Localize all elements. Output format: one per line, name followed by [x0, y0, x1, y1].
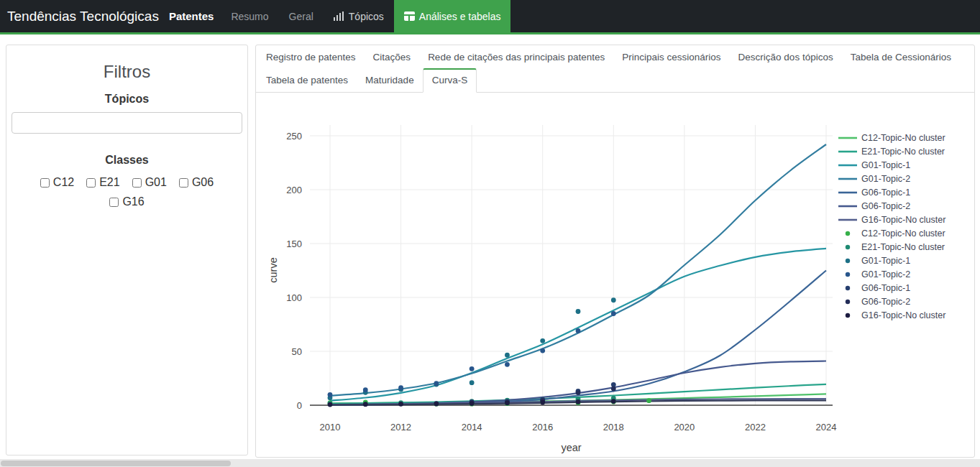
checkbox-label: G01: [145, 176, 167, 189]
legend-label[interactable]: G01-Topic-2: [861, 174, 910, 184]
point-G01-Topic-2: [328, 392, 333, 397]
x-tick-label: 2020: [674, 422, 695, 433]
legend-label[interactable]: E21-Topic-No cluster: [861, 242, 945, 252]
tab-curva-s[interactable]: Curva-S: [423, 68, 477, 93]
point-G01-Topic-2: [611, 311, 616, 316]
point-G06-Topic-2: [576, 390, 581, 395]
legend-label[interactable]: C12-Topic-No cluster: [861, 228, 945, 239]
point-G16-Topic-No cluster: [363, 402, 368, 407]
legend-label[interactable]: G16-Topic-No cluster: [861, 310, 945, 320]
legend-label[interactable]: G06-Topic-1: [861, 283, 910, 293]
scrollbar-thumb[interactable]: [1, 461, 231, 466]
class-checkbox-G06[interactable]: G06: [179, 176, 214, 189]
checkbox-E21[interactable]: [86, 178, 96, 188]
legend-label[interactable]: G06-Topic-1: [861, 188, 910, 198]
legend-point-swatch: [846, 231, 850, 236]
checkbox-G06[interactable]: [179, 178, 188, 188]
point-G16-Topic-No cluster: [398, 402, 403, 407]
nav-item-label: Análises e tabelas: [419, 11, 501, 22]
table-icon: [404, 11, 415, 21]
line-series-G01-Topic-2: [330, 144, 826, 396]
topics-input[interactable]: [12, 112, 242, 134]
line-series-G01-Topic-1: [330, 249, 826, 401]
legend-point-swatch: [846, 300, 850, 304]
point-G01-Topic-2: [505, 362, 510, 367]
point-G01-Topic-1: [505, 353, 510, 358]
checkbox-G01[interactable]: [132, 178, 142, 188]
legend-label[interactable]: G06-Topic-2: [861, 297, 910, 307]
main-panel: Registro de patentesCitaçõesRede de cita…: [255, 45, 975, 458]
tab-rede-de-cita-es-das-principais-patentes[interactable]: Rede de citações das principais patentes: [419, 45, 613, 69]
filters-title: Filtros: [6, 62, 247, 82]
nav-item-topicos[interactable]: Tópicos: [324, 0, 394, 32]
point-G01-Topic-2: [398, 385, 403, 390]
nav-item-resumo[interactable]: Resumo: [221, 0, 278, 32]
point-G16-Topic-No cluster: [611, 399, 616, 404]
tab-maturidade[interactable]: Maturidade: [357, 68, 423, 93]
app-subtitle: Patentes: [162, 0, 221, 32]
legend-point-swatch: [846, 245, 850, 249]
classes-checkbox-group: C12E21G01G06G16: [6, 176, 247, 208]
x-tick-label: 2024: [816, 422, 837, 433]
class-checkbox-G01[interactable]: G01: [132, 176, 167, 189]
point-G16-Topic-No cluster: [434, 402, 439, 407]
point-G01-Topic-1: [611, 297, 616, 302]
legend-label[interactable]: C12-Topic-No cluster: [861, 133, 945, 143]
legend-label[interactable]: G16-Topic-No cluster: [861, 215, 945, 225]
point-G01-Topic-1: [540, 338, 545, 343]
point-G01-Topic-2: [470, 366, 475, 371]
y-tick-label: 250: [286, 131, 302, 142]
point-G01-Topic-2: [363, 387, 368, 392]
y-tick-label: 100: [286, 292, 302, 303]
bar-chart-icon: [334, 11, 344, 21]
x-axis-title: year: [561, 442, 581, 453]
class-checkbox-G16[interactable]: G16: [109, 195, 144, 208]
checkbox-G16[interactable]: [109, 198, 119, 207]
checkbox-label: G16: [122, 195, 144, 208]
x-tick-label: 2010: [320, 422, 341, 433]
s-curve-chart[interactable]: 0501001502002502010201220142016201820202…: [256, 91, 974, 457]
point-C12-Topic-No cluster: [646, 398, 651, 403]
tab-tabela-de-cession-rios[interactable]: Tabela de Cessionários: [842, 45, 960, 69]
legend-label[interactable]: G01-Topic-1: [861, 256, 910, 266]
checkbox-C12[interactable]: [40, 178, 50, 188]
app-title: Tendências Tecnológicas: [0, 0, 162, 32]
legend-point-swatch: [846, 286, 850, 290]
legend-point-swatch: [846, 313, 850, 318]
navbar: Tendências Tecnológicas Patentes Resumo …: [0, 0, 980, 34]
legend-label[interactable]: G06-Topic-2: [861, 201, 910, 211]
point-G01-Topic-1: [470, 380, 475, 385]
tab-cita-es[interactable]: Citações: [365, 45, 420, 69]
point-G06-Topic-2: [611, 387, 616, 392]
x-tick-label: 2018: [603, 422, 624, 433]
point-G16-Topic-No cluster: [540, 400, 545, 405]
class-checkbox-C12[interactable]: C12: [40, 176, 74, 189]
point-G16-Topic-No cluster: [470, 401, 475, 406]
y-tick-label: 50: [292, 346, 302, 357]
point-G16-Topic-No cluster: [328, 402, 333, 407]
x-tick-label: 2022: [745, 422, 766, 433]
tab-principais-cession-rios[interactable]: Principais cessionários: [613, 45, 729, 69]
tab-descri-o-dos-t-picos[interactable]: Descrição dos tópicos: [730, 45, 842, 69]
legend-label[interactable]: E21-Topic-No cluster: [861, 147, 945, 157]
y-tick-label: 0: [297, 400, 302, 411]
point-G01-Topic-2: [576, 328, 581, 333]
nav-item-analises-e-tabelas[interactable]: Análises e tabelas: [394, 0, 511, 32]
legend-label[interactable]: G01-Topic-1: [861, 160, 910, 170]
tab-tabela-de-patentes[interactable]: Tabela de patentes: [257, 68, 357, 93]
point-G01-Topic-2: [540, 348, 545, 353]
point-G01-Topic-1: [576, 309, 581, 314]
topics-label: Tópicos: [6, 93, 247, 106]
nav-item-label: Tópicos: [349, 11, 384, 22]
line-series-G06-Topic-1: [330, 271, 826, 405]
x-tick-label: 2014: [462, 422, 482, 433]
class-checkbox-E21[interactable]: E21: [86, 176, 119, 189]
nav-item-geral[interactable]: Geral: [279, 0, 324, 32]
x-tick-label: 2016: [532, 422, 553, 433]
tab-bar: Registro de patentesCitaçõesRede de cita…: [256, 45, 974, 93]
checkbox-label: E21: [99, 176, 119, 189]
point-G16-Topic-No cluster: [576, 399, 581, 404]
legend-label[interactable]: G01-Topic-2: [861, 269, 910, 279]
horizontal-scrollbar[interactable]: [0, 459, 980, 467]
tab-registro-de-patentes[interactable]: Registro de patentes: [257, 45, 365, 69]
